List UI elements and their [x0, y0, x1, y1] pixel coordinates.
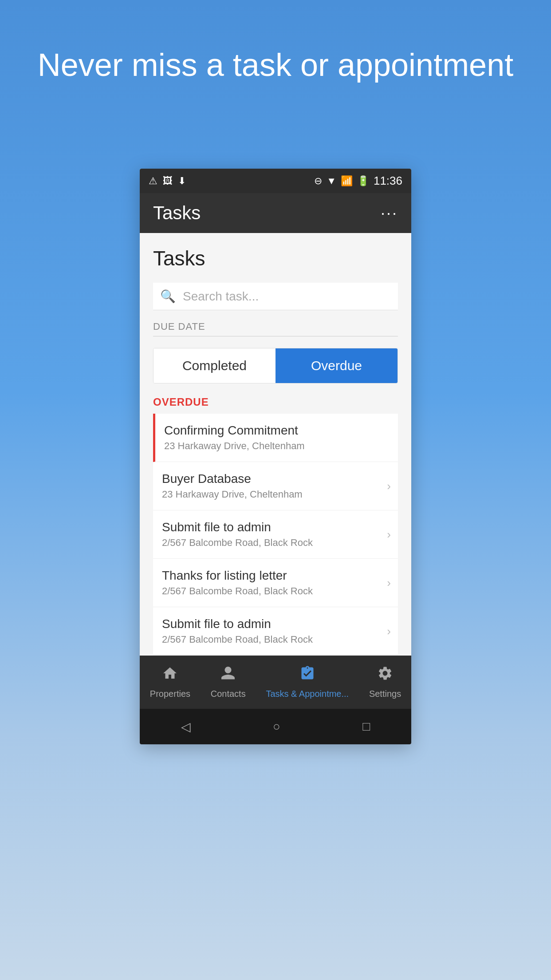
settings-icon [377, 665, 393, 685]
app-bar-title: Tasks [153, 202, 201, 224]
mute-icon: ⊖ [314, 175, 322, 187]
completed-tab[interactable]: Completed [153, 348, 276, 383]
overdue-tab[interactable]: Overdue [276, 348, 398, 383]
status-time: 11:36 [374, 174, 402, 188]
task-address: 23 Harkaway Drive, Cheltenham [164, 440, 391, 452]
more-options-button[interactable]: ··· [381, 204, 398, 222]
chevron-right-icon: › [387, 528, 391, 541]
chevron-right-icon: › [387, 624, 391, 638]
nav-label-settings: Settings [369, 689, 401, 699]
due-date-label: DUE DATE [153, 321, 398, 332]
warning-icon: ⚠ [149, 175, 157, 187]
status-left-icons: ⚠ 🖼 ⬇ [149, 175, 186, 187]
main-content: Tasks 🔍 Search task... DUE DATE Complete… [140, 233, 411, 656]
task-content: Thanks for listing letter 2/567 Balcombe… [162, 569, 387, 597]
recents-button[interactable]: □ [362, 719, 370, 734]
task-title: Thanks for listing letter [162, 569, 387, 583]
task-title: Submit file to admin [162, 520, 387, 534]
overdue-section-label: OVERDUE [153, 396, 398, 408]
task-content: Submit file to admin 2/567 Balcombe Road… [162, 520, 387, 549]
image-icon: 🖼 [163, 175, 173, 187]
hero-text: Never miss a task or appointment [0, 44, 551, 86]
home-button[interactable]: ○ [273, 719, 280, 734]
nav-label-tasks: Tasks & Appointme... [266, 689, 349, 699]
task-content: Confirming Commitment 23 Harkaway Drive,… [164, 423, 391, 452]
nav-item-contacts[interactable]: Contacts [211, 665, 246, 699]
back-button[interactable]: ◁ [181, 719, 191, 734]
task-address: 23 Harkaway Drive, Cheltenham [162, 489, 387, 500]
tasks-icon [299, 665, 315, 685]
due-date-divider [153, 336, 398, 336]
table-row[interactable]: Confirming Commitment 23 Harkaway Drive,… [153, 414, 398, 462]
task-list: Confirming Commitment 23 Harkaway Drive,… [153, 414, 398, 656]
task-content: Buyer Database 23 Harkaway Drive, Chelte… [162, 472, 387, 500]
signal-icon: 📶 [341, 175, 353, 187]
search-icon: 🔍 [160, 289, 176, 304]
status-bar: ⚠ 🖼 ⬇ ⊖ ▼ 📶 🔋 11:36 [140, 169, 411, 193]
task-title: Submit file to admin [162, 617, 387, 631]
nav-label-properties: Properties [150, 689, 190, 699]
task-title: Confirming Commitment [164, 423, 391, 438]
search-input[interactable]: Search task... [183, 289, 259, 304]
task-address: 2/567 Balcombe Road, Black Rock [162, 537, 387, 549]
bottom-navigation: Properties Contacts Tasks & Appointme...… [140, 656, 411, 709]
chevron-right-icon: › [387, 576, 391, 590]
app-bar: Tasks ··· [140, 193, 411, 233]
nav-label-contacts: Contacts [211, 689, 246, 699]
nav-item-settings[interactable]: Settings [369, 665, 401, 699]
contacts-icon [220, 665, 236, 685]
status-right-icons: ⊖ ▼ 📶 🔋 11:36 [314, 174, 402, 188]
properties-icon [162, 665, 178, 685]
search-bar[interactable]: 🔍 Search task... [153, 283, 398, 310]
phone-frame: ⚠ 🖼 ⬇ ⊖ ▼ 📶 🔋 11:36 Tasks ··· Tasks 🔍 Se… [140, 169, 411, 744]
nav-item-properties[interactable]: Properties [150, 665, 190, 699]
page-title: Tasks [153, 246, 398, 270]
task-address: 2/567 Balcombe Road, Black Rock [162, 634, 387, 645]
table-row[interactable]: Submit file to admin 2/567 Balcombe Road… [153, 607, 398, 656]
table-row[interactable]: Buyer Database 23 Harkaway Drive, Chelte… [153, 462, 398, 510]
table-row[interactable]: Submit file to admin 2/567 Balcombe Road… [153, 510, 398, 559]
task-content: Submit file to admin 2/567 Balcombe Road… [162, 617, 387, 645]
toggle-group: Completed Overdue [153, 348, 398, 383]
download-icon: ⬇ [178, 175, 186, 187]
nav-item-tasks[interactable]: Tasks & Appointme... [266, 665, 349, 699]
table-row[interactable]: Thanks for listing letter 2/567 Balcombe… [153, 559, 398, 607]
wifi-icon: ▼ [327, 175, 336, 187]
android-nav-bar: ◁ ○ □ [140, 709, 411, 744]
task-address: 2/567 Balcombe Road, Black Rock [162, 585, 387, 597]
chevron-right-icon: › [387, 479, 391, 493]
task-title: Buyer Database [162, 472, 387, 486]
battery-icon: 🔋 [357, 175, 369, 187]
